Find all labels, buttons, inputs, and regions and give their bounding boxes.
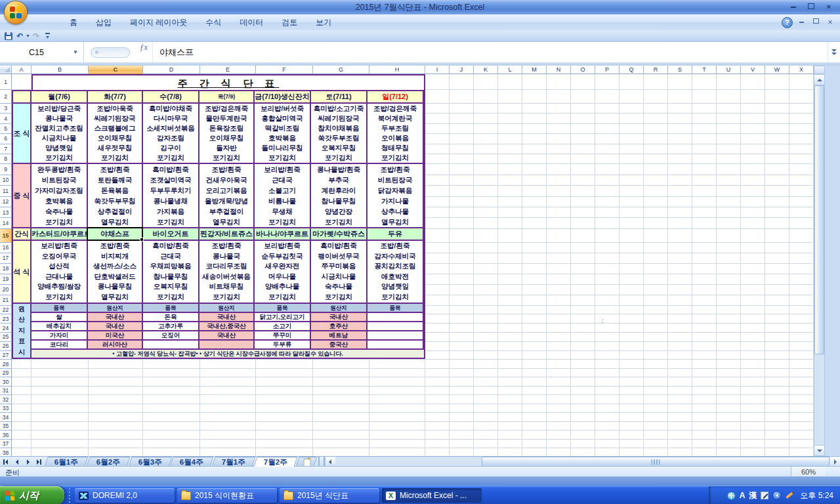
menu-cell[interactable]: 흑미밥/흰죽 조갯살미역국 두부두루치기 콩나물냉채 가지볶음 포기김치	[143, 164, 198, 227]
row-header[interactable]: 28	[0, 360, 12, 369]
insert-function-icon[interactable]: ƒx	[135, 42, 152, 62]
column-header[interactable]: T	[692, 66, 717, 74]
origin-item-cell[interactable]	[143, 341, 198, 348]
origin-item-cell[interactable]: 배추김치	[32, 322, 87, 330]
scroll-left-icon[interactable]	[326, 457, 335, 467]
column-header[interactable]: Q	[620, 66, 644, 74]
day-header[interactable]: 수(7/8)	[143, 91, 198, 102]
column-header[interactable]: N	[547, 66, 571, 74]
origin-item-cell[interactable]: 소고기	[255, 322, 310, 330]
column-header[interactable]: M	[522, 66, 547, 74]
menu-cell[interactable]: 콩나물밥/흰죽 부추국 계란후라이 참나물무침 양념간장 포기김치	[311, 164, 366, 227]
selected-cell-outline[interactable]	[87, 227, 143, 241]
close-button[interactable]: ×	[820, 2, 837, 12]
snack-cell[interactable]: 두유	[368, 228, 423, 240]
column-header[interactable]: G	[313, 66, 369, 74]
select-all-corner[interactable]	[0, 66, 12, 74]
column-header[interactable]: R	[644, 66, 668, 74]
insert-worksheet-tab[interactable]: *	[295, 457, 317, 467]
column-header[interactable]: P	[595, 66, 620, 74]
menu-cell[interactable]: 보리밥/흰죽 근대국 소불고기 비름나물 무생채 포기김치	[255, 164, 310, 227]
origin-value-cell[interactable]: 베트남	[311, 331, 366, 339]
taskbar-task[interactable]: 2015 식이현황표	[177, 488, 277, 503]
origin-value-cell[interactable]: 미국산	[88, 331, 142, 339]
menu-cell[interactable]: 조밥/아욱죽 씨레기된장국 스크램블에그 오이채무침 새우젓무침 포기김치	[88, 104, 142, 163]
row-header[interactable]: 6	[0, 134, 12, 144]
origin-value-cell[interactable]: 국내산	[88, 322, 142, 330]
row-header[interactable]: 17	[0, 253, 12, 264]
redo-icon[interactable]: ↷	[33, 32, 39, 41]
menu-cell[interactable]: 보리밥/버섯죽 홍합살미역국 떡갈비조림 호박볶음 돌미나리무침 포기김치	[255, 104, 310, 163]
ime-toolbar-icon[interactable]	[772, 491, 782, 500]
row-header[interactable]: 3	[0, 104, 12, 114]
taskbar-task[interactable]: DOREMI 2,0	[75, 488, 175, 503]
row-header[interactable]: 23	[0, 314, 12, 324]
origin-item-cell[interactable]: 오징어	[143, 331, 198, 339]
origin-value-cell[interactable]: 국내산	[311, 313, 366, 321]
row-header[interactable]: 29	[0, 369, 12, 378]
sheet-tab[interactable]: 6월4주	[170, 457, 214, 467]
taskbar-task[interactable]: 2015년 식단표	[280, 488, 379, 503]
menu-cell[interactable]: 흑미밥/흰죽 근대국 우채피망볶음 참나물무침 오복지무침 포기김치	[143, 241, 198, 303]
row-header[interactable]: 30	[0, 377, 12, 387]
row-header[interactable]: 1	[0, 74, 12, 90]
sheet-tab[interactable]: 6월2주	[86, 457, 130, 467]
menu-cell[interactable]: 조밥/흰죽 비트된장국 닭감자볶음 가지나물 상추나물 열무김치	[368, 164, 423, 227]
row-header[interactable]: 32	[0, 395, 12, 404]
origin-item-cell[interactable]	[368, 313, 423, 321]
row-header[interactable]: 8	[0, 154, 12, 164]
menu-cell[interactable]: 조밥/흰죽 건새우아욱국 오리고기볶음 올방개묵/양념 부추겉절이 열무김치	[200, 164, 253, 227]
ime-pen-icon[interactable]	[761, 492, 768, 499]
zoom-level[interactable]: 60%	[791, 467, 826, 477]
ribbon-tab[interactable]: 데이터	[230, 14, 272, 30]
menu-cell[interactable]: 조밥/검은깨죽 물만두계란국 돈육장조림 오이채무침 돌자반 포기김치	[200, 104, 253, 163]
workbook-restore-button[interactable]	[808, 18, 823, 25]
column-header[interactable]: X	[789, 66, 814, 74]
origin-item-cell[interactable]: 돈육	[143, 313, 198, 321]
column-header[interactable]: L	[498, 66, 522, 74]
name-box-dropdown-icon[interactable]: ▼	[73, 49, 83, 55]
ribbon-tab[interactable]: 검토	[272, 14, 306, 30]
horizontal-scroll-thumb[interactable]	[482, 457, 830, 467]
ime-language-icon[interactable]	[727, 492, 736, 500]
day-header[interactable]: 금(7/10)생신잔치	[255, 91, 310, 102]
minimize-button[interactable]	[785, 2, 802, 12]
sheet-tab[interactable]: 7월1주	[212, 457, 256, 467]
origin-item-cell[interactable]: 닭고기,오리고기	[255, 313, 310, 321]
row-header[interactable]: 12	[0, 197, 12, 207]
row-header[interactable]: 14	[0, 218, 12, 228]
row-header[interactable]: 35	[0, 422, 12, 431]
row-header[interactable]: 9	[0, 164, 12, 175]
day-header[interactable]: 일(7/12)	[368, 91, 423, 102]
menu-cell[interactable]: 조밥/흰죽 비지찌개 생선까스/소스 단호박샐러드 콩나물무침 열무김치	[88, 241, 142, 303]
row-header[interactable]: 5	[0, 124, 12, 134]
qat-customize-icon[interactable]: ▼	[45, 33, 50, 39]
menu-cell[interactable]: 보리밥/흰죽 오징어무국 섭산적 근대나물 양배추찜/쌈장 포기김치	[32, 241, 87, 303]
origin-item-cell[interactable]: 두부류	[255, 341, 310, 348]
workbook-minimize-button[interactable]	[794, 18, 808, 25]
row-header[interactable]: 38	[0, 448, 12, 456]
last-sheet-icon[interactable]	[33, 457, 45, 467]
name-box[interactable]: C15 ▼	[0, 42, 84, 62]
row-header[interactable]: 24	[0, 324, 12, 333]
snack-cell[interactable]: 바나나/야쿠르트	[255, 228, 310, 240]
snack-cell[interactable]: 찐감자/비트쥬스	[200, 228, 253, 240]
corner-cell[interactable]	[13, 91, 30, 102]
row-header[interactable]: 34	[0, 413, 12, 422]
origin-item-cell[interactable]: 고추가루	[143, 322, 198, 330]
row-header[interactable]: 33	[0, 404, 12, 413]
horizontal-scrollbar[interactable]	[325, 457, 840, 467]
sheet-tab[interactable]: 7월2주	[254, 457, 298, 467]
row-header[interactable]: 26	[0, 342, 12, 351]
first-sheet-icon[interactable]	[0, 457, 11, 467]
pen-tool-icon[interactable]	[786, 492, 793, 499]
scroll-right-icon[interactable]	[830, 457, 840, 467]
origin-value-cell[interactable]: 호주산	[311, 322, 366, 330]
row-header[interactable]: 36	[0, 430, 12, 440]
row-header[interactable]: 2	[0, 90, 12, 104]
menu-cell[interactable]: 흑미밥/야채죽 다시마무국 소세지버섯볶음 감자조림 김구이 포기김치	[143, 104, 198, 163]
column-header[interactable]: C	[89, 66, 143, 74]
menu-cell[interactable]: 조밥/흰죽 감자수제비국 꽁치김치조림 애호박전 양념깻잎 포기김치	[368, 241, 423, 303]
formula-input[interactable]: 야채스프	[152, 42, 828, 62]
origin-item-cell[interactable]	[368, 341, 423, 348]
